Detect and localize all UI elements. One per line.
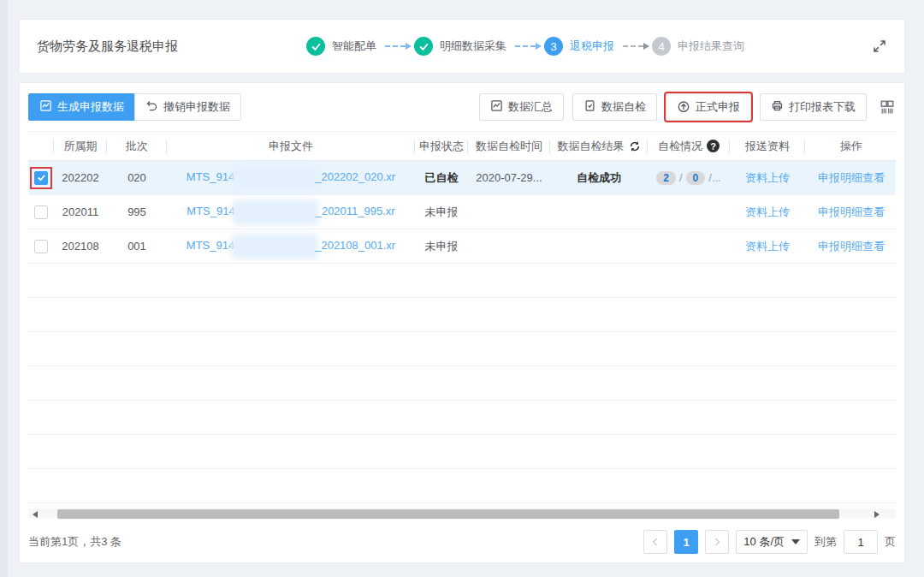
redaction-blur (235, 170, 314, 187)
header-check-detail: 自检情况 (648, 132, 730, 161)
header-status: 申报状态 (415, 132, 468, 161)
declaration-file-link[interactable]: MTS_914_202202_020.xr (187, 170, 395, 183)
upload-icon (677, 99, 690, 116)
help-icon[interactable] (707, 140, 720, 152)
header-check-time: 数据自检时间 (468, 132, 550, 161)
declaration-table: 所属期 批次 申报文件 申报状态 数据自检时间 数据自检结果 (28, 131, 896, 503)
step-3: 3 退税申报 (544, 37, 614, 56)
row-checkbox[interactable] (34, 205, 48, 219)
checkbox-annotation (30, 167, 52, 189)
step-label: 退税申报 (570, 39, 614, 54)
declaration-file-link[interactable]: MTS_914_202011_995.xr (187, 205, 394, 217)
undo-icon (145, 99, 158, 115)
generate-declaration-button[interactable]: 生成申报数据 (28, 93, 135, 121)
cell-file: MTS_914_202011_995.xr (167, 195, 415, 229)
upload-link[interactable]: 资料上传 (745, 240, 790, 253)
row-checkbox[interactable] (34, 171, 48, 185)
upload-link[interactable]: 资料上传 (745, 171, 790, 184)
step-number-badge: 3 (544, 37, 563, 56)
step-connector-icon (623, 45, 643, 47)
scroll-left-icon[interactable] (28, 509, 42, 520)
printer-icon (771, 99, 784, 115)
table-header-row: 所属期 批次 申报文件 申报状态 数据自检时间 数据自检结果 (28, 132, 896, 161)
cell-file: MTS_914_202202_020.xr (167, 161, 415, 195)
data-summary-button[interactable]: 数据汇总 (479, 93, 564, 121)
toolbar: 生成申报数据 撤销申报数据 数据汇总 数据自检 (28, 93, 896, 121)
checkbox-annotation (32, 203, 50, 222)
declaration-file-link[interactable]: MTS_914_202108_001.xr (187, 239, 395, 252)
cell-check-detail (648, 229, 730, 264)
table-row[interactable]: 202011 995 MTS_914_202011_995.xr 未申报 资料上… (28, 195, 896, 229)
progress-steps: 智能配单 明细数据采集 3 退税申报 4 申报结果查询 (306, 37, 744, 56)
empty-table-row (28, 401, 896, 435)
header-upload: 报送资料 (730, 132, 805, 161)
main-card: 生成申报数据 撤销申报数据 数据汇总 数据自检 (19, 82, 905, 563)
next-page-button[interactable] (705, 530, 729, 554)
empty-table-row (28, 366, 896, 401)
header-check-result: 数据自检结果 (550, 132, 648, 161)
redaction-blur (235, 238, 314, 255)
step-4: 4 申报结果查询 (652, 37, 744, 56)
chart-icon (490, 99, 503, 115)
step-2: 明细数据采集 (414, 37, 506, 56)
detail-view-link[interactable]: 申报明细查看 (818, 171, 885, 184)
refresh-icon[interactable] (629, 140, 641, 152)
empty-table-row (28, 332, 896, 366)
cell-batch: 001 (107, 229, 167, 264)
header-batch: 批次 (107, 132, 167, 161)
cell-batch: 995 (107, 195, 167, 229)
step-label: 申报结果查询 (678, 39, 744, 54)
table-wrap: 所属期 批次 申报文件 申报状态 数据自检时间 数据自检结果 (28, 131, 896, 505)
header-checkbox-col (28, 132, 54, 161)
cell-status: 未申报 (415, 195, 468, 229)
page-1-button[interactable]: 1 (674, 530, 698, 554)
chart-icon (39, 99, 52, 115)
table-row[interactable]: 202202 020 MTS_914_202202_020.xr 已自检 202… (28, 161, 896, 195)
check-circle-icon (414, 37, 433, 56)
table-row[interactable]: 202108 001 MTS_914_202108_001.xr 未申报 资料上… (28, 229, 896, 264)
column-settings-icon[interactable] (879, 98, 896, 116)
prev-page-button[interactable] (643, 530, 667, 554)
step-1: 智能配单 (306, 37, 376, 56)
goto-page-input[interactable] (844, 530, 878, 554)
table-footer: 当前第1页，共3 条 1 10 条/页 到第 页 (28, 530, 896, 554)
step-connector-icon (515, 45, 536, 47)
redaction-blur (236, 204, 315, 221)
formal-submit-button[interactable]: 正式申报 (666, 93, 751, 121)
step-label: 明细数据采集 (440, 39, 506, 54)
step-connector-icon (385, 45, 406, 47)
checkbox-annotation (32, 237, 50, 256)
print-report-button[interactable]: 打印报表下载 (760, 93, 867, 121)
cell-check-time (468, 195, 550, 229)
cell-file: MTS_914_202108_001.xr (167, 229, 415, 264)
cell-period: 202108 (54, 229, 107, 264)
header-card: 货物劳务及服务退税申报 智能配单 明细数据采集 3 退税申报 4 申报结果查询 (19, 19, 905, 74)
horizontal-scrollbar[interactable] (28, 509, 896, 518)
document-check-icon (583, 99, 596, 115)
cell-check-result (550, 229, 648, 264)
scroll-right-icon[interactable] (870, 509, 884, 520)
chevron-down-icon (791, 539, 800, 544)
upload-link[interactable]: 资料上传 (745, 205, 790, 218)
scrollbar-thumb[interactable] (57, 509, 839, 519)
detail-view-link[interactable]: 申报明细查看 (818, 205, 885, 218)
page-left-edge (0, 0, 8, 577)
page-size-select[interactable]: 10 条/页 (736, 530, 808, 554)
data-selfcheck-button[interactable]: 数据自检 (572, 93, 657, 121)
detail-view-link[interactable]: 申报明细查看 (818, 240, 885, 253)
empty-table-row (28, 469, 896, 503)
empty-table-row (28, 298, 896, 332)
row-checkbox[interactable] (34, 240, 48, 253)
check-circle-icon (306, 37, 325, 56)
header-action: 操作 (805, 132, 896, 161)
cell-check-result (550, 195, 648, 229)
revoke-declaration-button[interactable]: 撤销申报数据 (134, 93, 241, 121)
page-summary: 当前第1页，共3 条 (28, 534, 121, 550)
pagination: 1 10 条/页 到第 页 (643, 530, 896, 554)
empty-table-row (28, 435, 896, 469)
cell-batch: 020 (107, 161, 167, 195)
header-file: 申报文件 (167, 132, 415, 161)
cell-period: 202202 (54, 161, 107, 195)
self-check-counts[interactable]: 2 / 0 /... (656, 171, 720, 185)
fullscreen-icon[interactable] (872, 39, 887, 54)
